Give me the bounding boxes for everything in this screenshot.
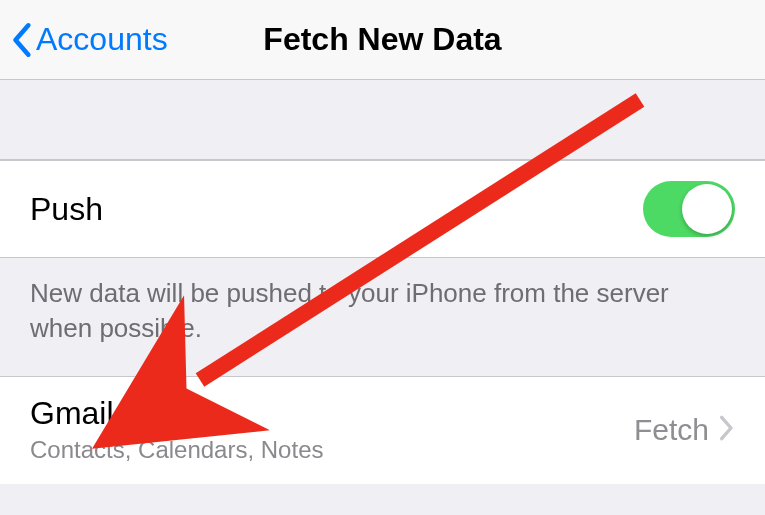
- account-row-gmail[interactable]: Gmail Contacts, Calendars, Notes Fetch: [0, 376, 765, 484]
- push-row: Push: [0, 160, 765, 258]
- push-footnote: New data will be pushed to your iPhone f…: [0, 258, 765, 376]
- account-name: Gmail: [30, 395, 634, 432]
- back-button[interactable]: Accounts: [0, 21, 168, 59]
- back-label: Accounts: [36, 21, 168, 58]
- account-text: Gmail Contacts, Calendars, Notes: [30, 395, 634, 464]
- account-subtitle: Contacts, Calendars, Notes: [30, 436, 634, 464]
- account-mode: Fetch: [634, 413, 709, 447]
- section-gap: [0, 80, 765, 160]
- push-toggle[interactable]: [643, 181, 735, 237]
- push-label: Push: [30, 191, 643, 228]
- chevron-right-icon: [719, 414, 735, 446]
- toggle-knob: [682, 184, 732, 234]
- navbar: Accounts Fetch New Data: [0, 0, 765, 80]
- chevron-left-icon: [10, 21, 32, 59]
